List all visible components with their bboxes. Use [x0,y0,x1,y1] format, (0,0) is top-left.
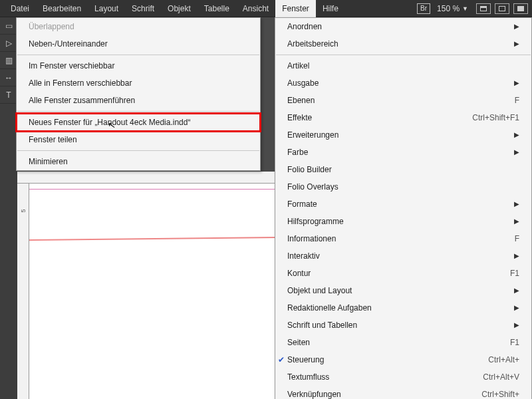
menu-separator [17,150,259,151]
submenu-arrow-icon: ▶ [498,21,519,33]
tool-type[interactable]: T [0,86,17,104]
menuitem-arbeitsbereich[interactable]: Arbeitsbereich▶ [275,35,531,53]
menuitem-folio-builder[interactable]: Folio Builder [275,161,531,178]
menu-separator [17,55,259,55]
menuitem-neben-untereinander[interactable]: Neben-/Untereinander [17,35,260,53]
menuitem-schrift-und-tabellen[interactable]: Schrift und Tabellen▶ [275,317,531,334]
menuitem-neues-fenster[interactable]: Neues Fenster für „Handout 4eck Media.in… [17,114,260,131]
submenu-arrow-icon: ▶ [498,146,519,158]
menu-separator [17,111,259,112]
tool-direct-select[interactable]: ▷ [0,35,17,52]
menuitem-alle-in-fenstern-verschiebbar[interactable]: Alle in Fenstern verschiebbar [17,74,260,92]
menuitem-anordnen[interactable]: Anordnen▶ [275,18,531,35]
bridge-icon[interactable]: Br [417,3,430,14]
submenu-arrow-icon: ▶ [498,215,519,227]
menuitem-fenster-teilen[interactable]: Fenster teilen [17,131,260,148]
menu-hilfe[interactable]: Hilfe [316,0,345,17]
menu-separator [276,55,531,55]
submenu-arrow-icon: ▶ [498,302,519,314]
menuitem-verknuepfungen[interactable]: VerknüpfungenCtrl+Shift+ [275,386,531,399]
menuitem-artikel[interactable]: Artikel [275,57,531,74]
chevron-down-icon: ▼ [462,5,468,12]
menuitem-informationen[interactable]: InformationenF [275,230,531,247]
submenu-arrow-icon: ▶ [498,285,519,297]
menu-ansicht[interactable]: Ansicht [236,0,275,17]
menuitem-farbe[interactable]: Farbe▶ [275,144,531,161]
submenu-arrow-icon: ▶ [498,250,519,262]
fenster-menu: Anordnen▶ Arbeitsbereich▶ Artikel Ausgab… [275,17,532,399]
menuitem-objekt-und-layout[interactable]: Objekt und Layout▶ [275,282,531,299]
menuitem-interaktiv[interactable]: Interaktiv▶ [275,247,531,265]
menuitem-formate[interactable]: Formate▶ [275,196,531,213]
arrange-documents-icon[interactable] [495,3,509,14]
menuitem-ebenen[interactable]: EbenenF [275,92,531,109]
workspace-switcher-icon[interactable] [513,3,528,14]
tool-selection[interactable]: ▭ [0,17,17,35]
menuitem-alle-fenster-zusammenfuehren[interactable]: Alle Fenster zusammenführen [17,92,260,109]
menu-bar: Datei Bearbeiten Layout Schrift Objekt T… [0,0,532,17]
submenu-arrow-icon: ▶ [498,319,519,331]
fenster-submenu-window: Überlappend Neben-/Untereinander Im Fens… [16,17,261,171]
menuitem-effekte[interactable]: EffekteCtrl+Shift+F1 [275,109,531,126]
menuitem-textumfluss[interactable]: TextumflussCtrl+Alt+V [275,368,531,386]
menuitem-hilfsprogramme[interactable]: Hilfsprogramme▶ [275,213,531,230]
submenu-arrow-icon: ▶ [498,129,519,141]
menuitem-ueberlappend[interactable]: Überlappend [17,18,260,35]
zoom-value: 150 % [437,4,460,13]
menuitem-seiten[interactable]: SeitenF1 [275,334,531,351]
zoom-dropdown[interactable]: 150 % ▼ [437,4,468,13]
submenu-arrow-icon: ▶ [498,77,519,89]
menuitem-redaktionelle-aufgaben[interactable]: Redaktionelle Aufgaben▶ [275,299,531,317]
menu-layout[interactable]: Layout [88,0,125,17]
menu-bearbeiten[interactable]: Bearbeiten [36,0,88,17]
menuitem-ausgabe[interactable]: Ausgabe▶ [275,74,531,92]
menuitem-kontur[interactable]: KonturF1 [275,265,531,282]
menuitem-erweiterungen[interactable]: Erweiterungen▶ [275,126,531,144]
submenu-arrow-icon: ▶ [498,198,519,210]
ruler-vertical: 5 [17,184,29,399]
tool-gap[interactable]: ↔ [0,69,17,86]
screen-mode-icon[interactable] [476,3,491,14]
ruler-tick: 5 [20,201,27,213]
check-icon: ✔ [278,354,285,366]
tool-panel: ▭ ▷ ▥ ↔ T [0,17,17,399]
menu-datei[interactable]: Datei [4,0,36,17]
menu-tabelle[interactable]: Tabelle [198,0,236,17]
menuitem-folio-overlays[interactable]: Folio Overlays [275,178,531,196]
menuitem-steuerung[interactable]: ✔SteuerungCtrl+Alt+ [275,351,531,368]
menu-fenster[interactable]: Fenster [275,0,316,17]
menuitem-im-fenster-verschiebbar[interactable]: Im Fenster verschiebbar [17,57,260,74]
menu-schrift[interactable]: Schrift [125,0,161,17]
menuitem-minimieren[interactable]: Minimieren [17,153,260,170]
menu-objekt[interactable]: Objekt [161,0,198,17]
submenu-arrow-icon: ▶ [498,38,519,50]
tool-page[interactable]: ▥ [0,52,17,69]
